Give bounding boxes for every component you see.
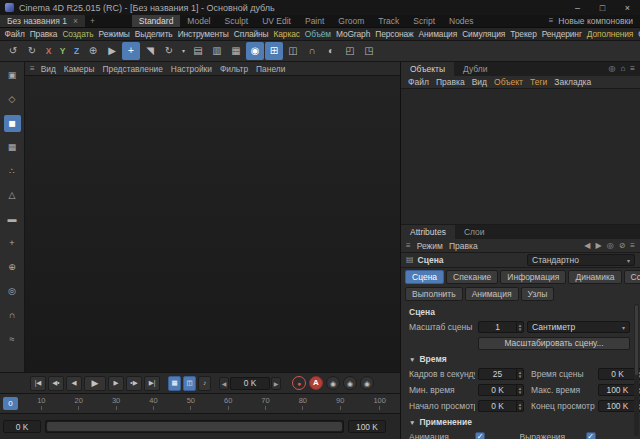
close-button[interactable]: × — [615, 0, 640, 15]
viewport-menu-item[interactable]: Представление — [98, 64, 166, 74]
panel-tab[interactable]: Объекты — [401, 62, 454, 76]
attr-history-back-icon[interactable]: ◀ — [584, 242, 590, 250]
attributes-section-tab[interactable]: Узлы — [521, 287, 555, 301]
range-start-field[interactable]: 0 K — [3, 420, 41, 433]
attr-menu-icon[interactable]: ≡ — [630, 242, 635, 250]
layout-tab[interactable]: Track — [371, 15, 406, 27]
viewport-menu-item[interactable]: Вид — [37, 64, 60, 74]
menu-item[interactable]: Выделить — [132, 29, 175, 39]
workplane-button[interactable]: ◫ — [284, 42, 302, 60]
object-manager-menu-item[interactable]: Закладка — [551, 77, 594, 87]
attr-history-forward-icon[interactable]: ▶ — [595, 242, 601, 250]
scale-project-button[interactable]: Масштабировать сцену... — [478, 337, 630, 350]
enable-axis-button[interactable]: ⊕ — [4, 259, 21, 276]
panel-arrange-button[interactable]: ◳ — [360, 42, 378, 60]
layout-tab[interactable]: Nodes — [442, 15, 481, 27]
menu-item[interactable]: Режимы — [96, 29, 132, 39]
viewport-menu-item[interactable]: Камеры — [60, 64, 99, 74]
menu-item[interactable]: MoGraph — [334, 29, 373, 39]
prev-key-button[interactable]: ◀• — [48, 376, 64, 391]
object-list[interactable] — [401, 89, 640, 225]
attributes-section-tab[interactable]: Ссылки — [624, 270, 640, 284]
attributes-section-tab[interactable]: Анимация — [465, 287, 519, 301]
menu-item[interactable]: Симуляция — [460, 29, 508, 39]
viewport-menu-item[interactable]: Фильтр — [216, 64, 252, 74]
play-mode-button[interactable]: ▦ — [168, 376, 181, 391]
points-mode-button[interactable]: ∴ — [4, 163, 21, 180]
viewport-menu-item[interactable]: Настройки — [167, 64, 216, 74]
attributes-section-tab[interactable]: Сцена — [405, 270, 444, 284]
goto-end-button[interactable]: ▶| — [144, 376, 160, 391]
render-picture-viewer-button[interactable]: ▥ — [208, 42, 226, 60]
new-layouts-label[interactable]: Новые компоновки — [558, 16, 633, 26]
spinner-icon[interactable]: ▴▾ — [516, 401, 523, 411]
minimize-button[interactable]: – — [565, 0, 590, 15]
next-key-button[interactable]: •▶ — [126, 376, 142, 391]
render-view-button[interactable]: ▤ — [189, 42, 207, 60]
next-frame-button[interactable]: ▶ — [108, 376, 124, 391]
menu-item[interactable]: Правка — [27, 29, 60, 39]
layout-tab[interactable]: Sculpt — [218, 15, 256, 27]
goto-start-button[interactable]: |◀ — [30, 376, 46, 391]
scale-tool[interactable]: ◥ — [141, 42, 159, 60]
redo-icon[interactable]: ↻ — [23, 42, 41, 60]
menu-item[interactable]: Файл — [2, 29, 27, 39]
menu-item[interactable]: Окно — [636, 29, 640, 39]
spinner-icon[interactable]: ▴▾ — [516, 385, 523, 395]
live-selection-tool[interactable]: ▶ — [103, 42, 121, 60]
make-editable-button[interactable]: ▣ — [4, 67, 21, 84]
layout-tab[interactable]: Paint — [298, 15, 331, 27]
workplane-snap-button[interactable]: ≈ — [4, 331, 21, 348]
coordinate-mode-button[interactable]: ◇ — [4, 91, 21, 108]
record-keyframe-button[interactable]: ● — [292, 376, 306, 390]
apply-group-header[interactable]: ▼ Применение — [401, 414, 640, 429]
polygons-mode-button[interactable]: ▬ — [4, 211, 21, 228]
attributes-section-tab[interactable]: Информация — [500, 270, 566, 284]
unit-dropdown[interactable]: Сантиметр ▾ — [527, 321, 630, 333]
panel-tab[interactable]: Дубли — [454, 62, 496, 76]
snap-toggle-button[interactable]: ∩ — [4, 307, 21, 324]
coord-system-toggle[interactable]: ⊕ — [84, 42, 102, 60]
attributes-mode-icon[interactable]: ≡ — [406, 242, 411, 250]
prev-frame-button[interactable]: ◀ — [66, 376, 82, 391]
maximize-button[interactable]: □ — [590, 0, 615, 15]
object-manager-menu-item[interactable]: Правка — [433, 77, 468, 87]
layout-tab[interactable]: Groom — [331, 15, 371, 27]
timeline-ruler[interactable]: 0 10 20 30 — [0, 394, 400, 414]
checkbox[interactable]: ✓ — [475, 432, 485, 439]
menu-item[interactable]: Дополнения — [584, 29, 635, 39]
move-tool[interactable]: + — [122, 42, 140, 60]
object-manager-menu-item[interactable]: Вид — [469, 77, 490, 87]
key-rotation-button[interactable]: ◉ — [360, 376, 374, 390]
recent-tool-dropdown[interactable]: ▾ — [179, 42, 188, 60]
preset-dropdown[interactable]: Стандартно ▾ — [527, 254, 635, 266]
om-home-icon[interactable]: ⌂ — [620, 65, 625, 73]
edges-mode-button[interactable]: △ — [4, 187, 21, 204]
attributes-section-tab[interactable]: Спекание — [446, 270, 498, 284]
close-tab-icon[interactable]: × — [73, 16, 78, 26]
attributes-scrollbar[interactable] — [634, 304, 639, 436]
attributes-menu-item[interactable]: Правка — [446, 241, 481, 251]
tweak-mode-button[interactable]: + — [4, 235, 21, 252]
viewport-solo-button[interactable]: ◎ — [4, 283, 21, 300]
menu-item[interactable]: Трекер — [508, 29, 539, 39]
layout-tab[interactable]: UV Edit — [255, 15, 298, 27]
attr-lock-icon[interactable]: ⊘ — [619, 242, 626, 250]
axis-x-toggle[interactable]: X — [42, 42, 55, 60]
rotate-tool[interactable]: ↻ — [160, 42, 178, 60]
viewport-menu-item[interactable]: Панели — [252, 64, 289, 74]
attr-search-icon[interactable]: ◎ — [607, 242, 614, 250]
range-mode-button[interactable]: ◫ — [183, 376, 196, 391]
menu-item[interactable]: Сплайны — [231, 29, 271, 39]
undo-icon[interactable]: ↺ — [4, 42, 22, 60]
viewport-layout-button[interactable]: ◰ — [341, 42, 359, 60]
mirror-button[interactable]: ◐ — [322, 42, 340, 60]
frame-decrement-button[interactable]: ◀ — [219, 377, 229, 390]
layout-tab[interactable]: Script — [406, 15, 442, 27]
value-field[interactable]: 25 ▴▾ — [478, 368, 524, 380]
panel-tab[interactable]: Слои — [455, 225, 494, 239]
panel-tab[interactable]: Attributes — [401, 225, 455, 239]
sound-toggle-button[interactable]: ♪ — [198, 376, 211, 391]
menu-item[interactable]: Анимация — [416, 29, 460, 39]
current-frame-field[interactable]: 0 K — [230, 377, 270, 390]
